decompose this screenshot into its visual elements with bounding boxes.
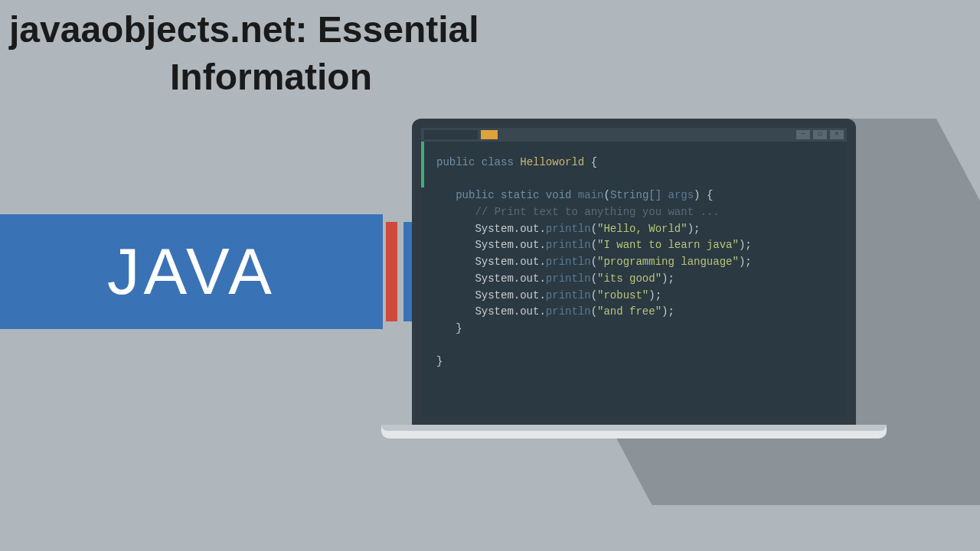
banner-text: JAVA	[107, 234, 276, 309]
editor-titlebar: —◻✕	[421, 128, 847, 142]
close-icon: ✕	[830, 130, 844, 139]
code-block: public class Helloworld { public static …	[436, 155, 752, 370]
code-editor-screen: —◻✕ public class Helloworld { public sta…	[421, 128, 847, 416]
laptop-illustration: —◻✕ public class Helloworld { public sta…	[412, 119, 856, 439]
window-controls: —◻✕	[796, 130, 844, 139]
java-banner: JAVA	[0, 214, 383, 329]
stripe	[386, 222, 397, 321]
laptop-screen-bezel: —◻✕ public class Helloworld { public sta…	[412, 119, 856, 425]
laptop-base	[381, 425, 887, 439]
title-line-2: Information	[9, 54, 591, 101]
titlebar-tabs	[424, 130, 498, 139]
editor-tab	[424, 130, 478, 139]
title-line-1: javaaobjects.net: Essential	[9, 6, 591, 54]
editor-gutter-indicator	[421, 142, 424, 187]
page-title: javaaobjects.net: Essential Information	[9, 6, 591, 102]
editor-tab-accent	[481, 130, 498, 139]
minimize-icon: —	[796, 130, 810, 139]
stripes-decoration-left	[386, 222, 415, 321]
maximize-icon: ◻	[813, 130, 827, 139]
